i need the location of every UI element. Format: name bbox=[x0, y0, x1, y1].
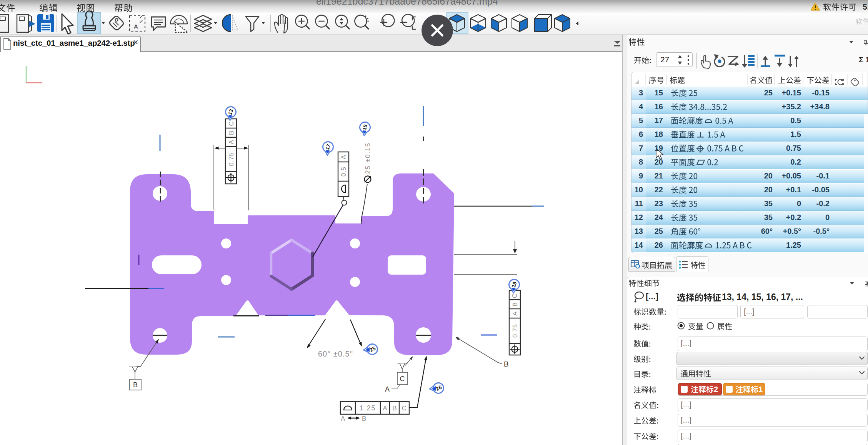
svg-text:A: A bbox=[340, 155, 347, 159]
svg-text:A: A bbox=[383, 405, 387, 412]
svg-text:B: B bbox=[511, 302, 518, 307]
svg-text:60° ±0.5°: 60° ±0.5° bbox=[318, 350, 353, 358]
svg-text:1.25: 1.25 bbox=[359, 404, 376, 412]
svg-text:0.5: 0.5 bbox=[340, 167, 347, 177]
svg-text:C: C bbox=[402, 405, 407, 412]
svg-text:B: B bbox=[392, 405, 397, 412]
svg-text:A: A bbox=[228, 140, 235, 144]
svg-text:0.75: 0.75 bbox=[511, 324, 518, 338]
svg-text:C: C bbox=[400, 375, 405, 383]
svg-text:C: C bbox=[228, 121, 235, 126]
svg-text:A: A bbox=[385, 385, 390, 393]
svg-text:C: C bbox=[511, 293, 518, 298]
svg-text:A: A bbox=[511, 311, 518, 316]
svg-text:B: B bbox=[133, 381, 138, 389]
svg-text:B: B bbox=[504, 360, 509, 368]
svg-text:A: A bbox=[134, 23, 138, 30]
svg-text:B: B bbox=[228, 130, 235, 135]
svg-text:A: A bbox=[341, 415, 345, 422]
svg-text:0.75: 0.75 bbox=[228, 152, 235, 166]
svg-text:25 ±0.15: 25 ±0.15 bbox=[364, 142, 372, 174]
svg-text:B: B bbox=[362, 415, 366, 422]
